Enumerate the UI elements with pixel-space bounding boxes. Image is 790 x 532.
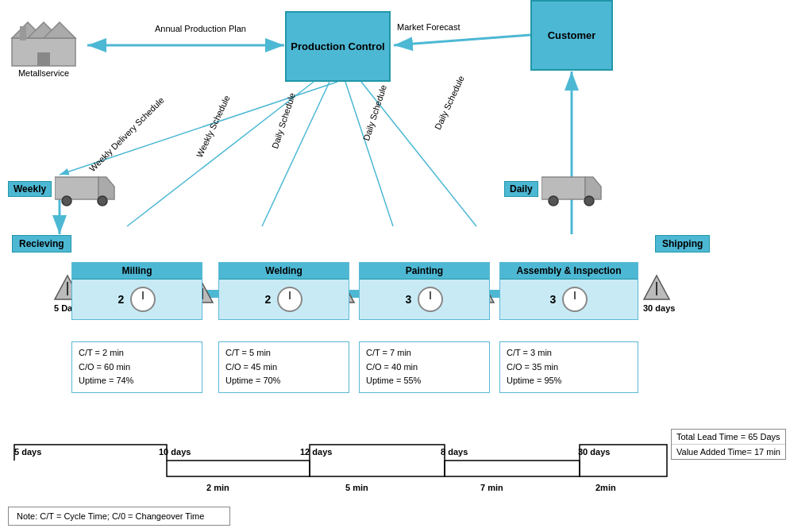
welding-header: Welding xyxy=(219,263,349,279)
assembly-operators: 3 xyxy=(550,293,557,306)
svg-rect-29 xyxy=(541,177,585,199)
milling-co: C/O = 60 min xyxy=(79,360,195,375)
total-lead-row: Total Lead Time = 65 Days xyxy=(672,430,785,445)
total-lead-label: Total Lead Time = 65 Days xyxy=(676,432,780,441)
shipping-box: Shipping xyxy=(655,235,710,253)
milling-info: C/T = 2 min C/O = 60 min Uptime = 74% xyxy=(71,341,202,393)
painting-process-box: Painting 3 xyxy=(359,262,490,320)
assembly-ct: C/T = 3 min xyxy=(507,346,631,360)
timeline-time-2: 7 min xyxy=(480,483,503,492)
welding-process-box: Welding 2 xyxy=(218,262,349,320)
note-text: Note: C/T = Cycle Time; C/0 = Changeover… xyxy=(17,511,204,521)
welding-info: C/T = 5 min C/O = 45 min Uptime = 70% xyxy=(218,341,349,393)
metallservice-label: Metallservice xyxy=(8,68,79,78)
painting-uptime: Uptime = 55% xyxy=(366,374,483,388)
welding-body: 2 xyxy=(219,279,349,319)
svg-rect-24 xyxy=(37,52,50,66)
milling-header: Milling xyxy=(72,263,202,279)
milling-operators: 2 xyxy=(118,293,125,306)
daily-truck: Daily xyxy=(504,171,605,206)
svg-point-28 xyxy=(98,196,107,206)
customer-box: Customer xyxy=(530,0,613,71)
production-control-box: Production Control xyxy=(285,11,391,82)
timeline-days-1: 10 days xyxy=(159,447,191,457)
svg-line-8 xyxy=(345,82,393,226)
customer-label: Customer xyxy=(548,29,596,41)
metallservice-factory: Metallservice xyxy=(8,14,79,78)
timeline-days-4: 30 days xyxy=(578,447,610,457)
receiving-box: Recieving xyxy=(12,235,71,253)
timeline-days-2: 12 days xyxy=(300,447,332,457)
timeline-time-1: 5 min xyxy=(345,483,368,492)
timeline-time-3: 2min xyxy=(595,483,616,492)
market-forecast-label: Market Forecast xyxy=(397,22,460,32)
painting-header: Painting xyxy=(360,263,489,279)
assembly-uptime: Uptime = 95% xyxy=(507,374,631,388)
painting-body: 3 xyxy=(360,279,489,319)
annual-plan-label: Annual Production Plan xyxy=(155,24,246,33)
welding-co: C/O = 45 min xyxy=(225,360,342,375)
summary-box: Total Lead Time = 65 Days Value Added Ti… xyxy=(671,429,786,460)
painting-info: C/T = 7 min C/O = 40 min Uptime = 55% xyxy=(359,341,490,393)
svg-line-5 xyxy=(394,35,530,45)
weekly-delivery-schedule-label: Weekly Delivery Schedule xyxy=(87,95,166,174)
svg-rect-25 xyxy=(55,177,98,199)
value-added-label: Value Added Time= 17 min xyxy=(676,447,780,457)
welding-operators: 2 xyxy=(265,293,272,306)
production-control-label: Production Control xyxy=(291,40,384,52)
assembly-body: 3 xyxy=(500,279,638,319)
daily-schedule3-label: Daily Schedule xyxy=(433,74,466,131)
daily-schedule1-label: Daily Schedule xyxy=(270,91,297,149)
welding-uptime: Uptime = 70% xyxy=(225,374,342,388)
note-box: Note: C/T = Cycle Time; C/0 = Changeover… xyxy=(8,507,230,526)
milling-ct: C/T = 2 min xyxy=(79,346,195,360)
svg-line-7 xyxy=(262,82,329,226)
weekly-schedule-label: Weekly Schedule xyxy=(195,94,232,159)
daily-truck-label: Daily xyxy=(504,181,538,197)
svg-point-32 xyxy=(584,196,594,206)
assembly-process-box: Assembly & Inspection 3 xyxy=(499,262,638,320)
value-added-row: Value Added Time= 17 min xyxy=(672,445,785,459)
milling-body: 2 xyxy=(72,279,202,319)
welding-ct: C/T = 5 min xyxy=(225,346,342,360)
svg-point-27 xyxy=(62,196,71,206)
timeline-days-0: 5 days xyxy=(14,447,41,457)
milling-uptime: Uptime = 74% xyxy=(79,374,195,388)
milling-process-box: Milling 2 xyxy=(71,262,202,320)
milling-dial xyxy=(130,287,156,312)
painting-operators: 3 xyxy=(406,293,412,306)
daily-schedule2-label: Daily Schedule xyxy=(361,83,388,141)
painting-ct: C/T = 7 min xyxy=(366,346,483,360)
painting-co: C/O = 40 min xyxy=(366,360,483,375)
weekly-truck-label: Weekly xyxy=(8,181,52,197)
timeline-time-0: 2 min xyxy=(206,483,229,492)
assembly-info: C/T = 3 min C/O = 35 min Uptime = 95% xyxy=(499,341,638,393)
assembly-header: Assembly & Inspection xyxy=(500,263,638,279)
timeline-days-3: 8 days xyxy=(441,447,468,457)
inventory-triangle-5: 30 days xyxy=(643,274,675,313)
painting-dial xyxy=(418,287,443,312)
welding-dial xyxy=(277,287,303,312)
svg-point-31 xyxy=(549,196,558,206)
svg-rect-23 xyxy=(20,26,26,40)
weekly-truck: Weekly xyxy=(8,171,118,206)
inventory-days-5: 30 days xyxy=(643,303,675,313)
assembly-co: C/O = 35 min xyxy=(507,360,631,375)
assembly-dial xyxy=(562,287,588,312)
